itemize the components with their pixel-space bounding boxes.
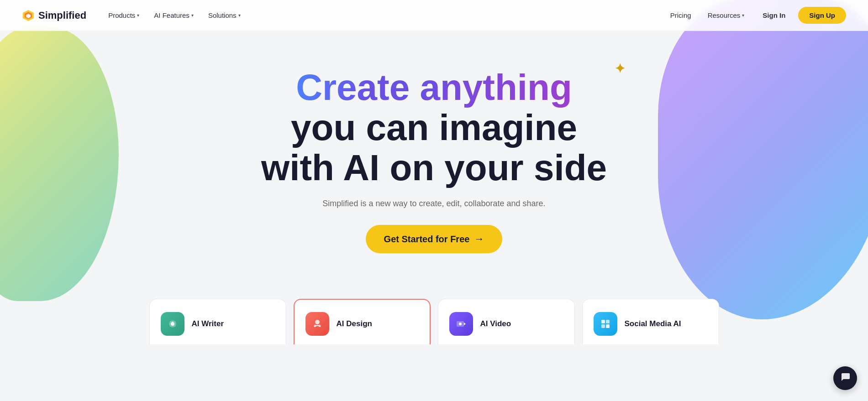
- hero-line3: with AI on your side: [261, 147, 607, 188]
- chevron-down-icon: ▾: [191, 13, 194, 18]
- svg-marker-8: [464, 323, 466, 325]
- chevron-down-icon: ▾: [238, 13, 241, 18]
- svg-rect-12: [601, 324, 605, 328]
- logo-icon: [22, 9, 35, 22]
- hero-subtitle: Simplified is a new way to create, edit,…: [322, 199, 545, 208]
- nav-item-products[interactable]: Products ▾: [103, 8, 145, 23]
- signup-button[interactable]: Sign Up: [798, 7, 846, 24]
- svg-point-6: [318, 325, 321, 327]
- svg-point-5: [314, 325, 316, 327]
- cta-label: Get Started for Free: [384, 234, 470, 245]
- navbar: Simplified Products ▾ AI Features ▾ Solu…: [0, 0, 868, 31]
- logo[interactable]: Simplified: [22, 9, 86, 22]
- social-media-label: Social Media AI: [625, 319, 681, 328]
- hero-line2: you can imagine: [291, 107, 577, 148]
- ai-design-icon: [305, 312, 329, 336]
- nav-item-ai-features[interactable]: AI Features ▾: [148, 8, 199, 23]
- cta-arrow-icon: →: [474, 233, 484, 245]
- svg-rect-13: [606, 324, 610, 328]
- nav-item-solutions[interactable]: Solutions ▾: [203, 8, 246, 23]
- sparkle-icon: ✦: [615, 62, 625, 76]
- hero-create-text: Create: [296, 67, 420, 108]
- ai-video-icon: [449, 312, 473, 336]
- logo-text: Simplified: [38, 10, 86, 21]
- feature-cards: AI Writer AI Design AI Video: [0, 299, 868, 344]
- ai-design-label: AI Design: [337, 319, 372, 328]
- chevron-down-icon: ▾: [137, 13, 139, 18]
- feature-card-ai-video[interactable]: AI Video: [438, 299, 575, 344]
- nav-left: Simplified Products ▾ AI Features ▾ Solu…: [22, 8, 246, 23]
- ai-video-label: AI Video: [480, 319, 511, 328]
- chat-icon: [840, 371, 851, 385]
- hero-anything-text: anything: [420, 67, 572, 108]
- svg-rect-11: [606, 320, 610, 323]
- nav-right: Pricing Resources ▾ Sign In Sign Up: [665, 7, 846, 24]
- ai-writer-label: AI Writer: [192, 319, 224, 328]
- chevron-down-icon: ▾: [742, 13, 744, 18]
- chat-bubble[interactable]: [833, 366, 857, 390]
- nav-products-label: Products: [108, 11, 135, 19]
- svg-point-9: [459, 323, 462, 325]
- nav-resources[interactable]: Resources ▾: [702, 8, 750, 23]
- cta-button[interactable]: Get Started for Free →: [366, 225, 503, 253]
- signin-button[interactable]: Sign In: [755, 8, 793, 23]
- nav-ai-features-label: AI Features: [154, 11, 189, 19]
- svg-point-4: [315, 320, 320, 324]
- hero-title: Create anything✦ you can imagine with AI…: [261, 68, 607, 188]
- nav-links: Products ▾ AI Features ▾ Solutions ▾: [103, 8, 246, 23]
- social-media-icon: [594, 312, 617, 336]
- nav-pricing[interactable]: Pricing: [665, 8, 697, 23]
- feature-card-ai-design[interactable]: AI Design: [294, 299, 431, 344]
- feature-card-social-media[interactable]: Social Media AI: [582, 299, 719, 344]
- hero-section: Create anything✦ you can imagine with AI…: [0, 31, 868, 281]
- svg-rect-10: [601, 320, 605, 323]
- hero-line1: Create anything✦: [261, 68, 607, 108]
- nav-solutions-label: Solutions: [208, 11, 237, 19]
- svg-point-3: [171, 322, 174, 326]
- ai-writer-icon: [161, 312, 184, 336]
- feature-card-ai-writer[interactable]: AI Writer: [149, 299, 286, 344]
